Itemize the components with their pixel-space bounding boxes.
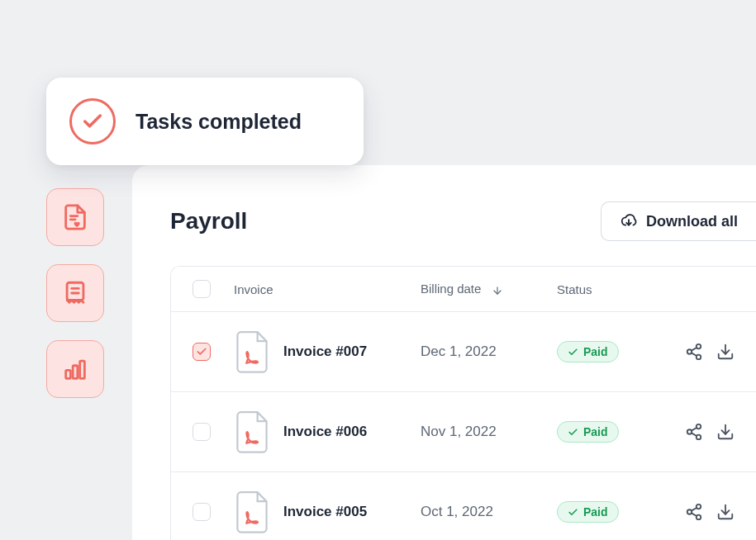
sidebar (46, 188, 104, 398)
toast-notification: Tasks completed (46, 78, 364, 165)
panel-title: Payroll (170, 208, 247, 234)
main-panel: Payroll Download all Invoice Billing dat… (132, 165, 756, 540)
column-header-invoice[interactable]: Invoice (234, 282, 273, 296)
svg-line-25 (692, 513, 697, 516)
svg-line-19 (692, 433, 697, 436)
sidebar-item-analytics[interactable] (46, 340, 104, 398)
sidebar-item-documents[interactable] (46, 188, 104, 246)
row-checkbox[interactable] (193, 503, 211, 521)
toast-message: Tasks completed (136, 110, 302, 134)
svg-rect-6 (73, 366, 78, 379)
share-icon[interactable] (685, 343, 703, 361)
share-icon[interactable] (685, 423, 703, 441)
download-all-label: Download all (646, 213, 738, 230)
download-icon[interactable] (716, 343, 735, 361)
download-icon[interactable] (716, 503, 735, 521)
share-icon[interactable] (685, 503, 703, 521)
row-checkbox[interactable] (193, 423, 211, 441)
pdf-file-icon (234, 410, 270, 453)
svg-line-13 (692, 353, 697, 356)
pdf-file-icon (234, 330, 270, 373)
checkmark-circle-icon (69, 98, 116, 144)
sidebar-item-receipts[interactable] (46, 264, 104, 322)
select-all-checkbox[interactable] (193, 280, 211, 298)
invoice-name: Invoice #007 (283, 343, 367, 360)
billing-date: Oct 1, 2022 (421, 504, 493, 519)
billing-date: Nov 1, 2022 (421, 424, 497, 439)
billing-date: Dec 1, 2022 (421, 343, 497, 359)
svg-line-26 (692, 508, 697, 511)
table-row: Invoice #005 Oct 1, 2022 Paid (171, 472, 756, 540)
table-row: Invoice #007 Dec 1, 2022 Paid (171, 312, 756, 392)
column-header-billing-date[interactable]: Billing date (421, 282, 557, 296)
download-all-button[interactable]: Download all (601, 201, 756, 241)
invoice-name: Invoice #005 (283, 504, 367, 520)
status-badge: Paid (557, 341, 619, 362)
status-badge: Paid (557, 421, 619, 443)
invoices-table: Invoice Billing date Status Invoice #007 (170, 266, 756, 540)
arrow-down-icon (492, 285, 503, 296)
status-badge: Paid (557, 501, 619, 523)
bar-chart-icon (61, 355, 89, 383)
download-icon[interactable] (716, 423, 735, 441)
svg-line-14 (692, 348, 697, 351)
invoice-name: Invoice #006 (283, 424, 367, 440)
pdf-file-icon (234, 490, 270, 533)
panel-header: Payroll Download all (132, 165, 756, 241)
cloud-download-icon (620, 212, 638, 230)
table-header: Invoice Billing date Status (171, 267, 756, 312)
column-header-status[interactable]: Status (557, 282, 592, 296)
svg-rect-2 (67, 282, 83, 300)
svg-rect-5 (66, 370, 71, 378)
document-heart-icon (61, 203, 89, 231)
svg-line-20 (692, 428, 697, 431)
receipt-icon (61, 279, 89, 307)
svg-rect-7 (80, 361, 85, 378)
table-row: Invoice #006 Nov 1, 2022 Paid (171, 392, 756, 472)
row-checkbox[interactable] (193, 343, 211, 361)
